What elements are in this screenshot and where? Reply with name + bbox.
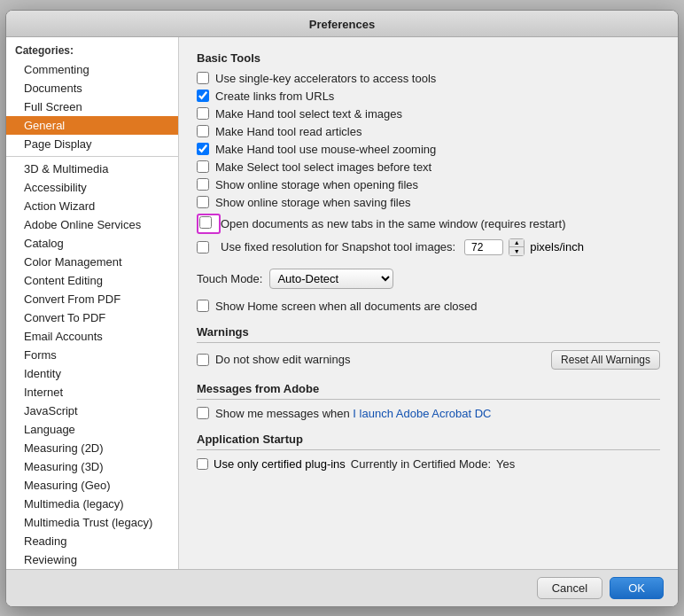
snapshot-value-input[interactable] [464,239,503,255]
startup-section: Application Startup Use only certified p… [197,433,660,471]
checkbox-row-hand-articles: Make Hand tool read articles [197,125,660,138]
startup-row: Use only certified plug-ins Currently in… [197,457,660,471]
warnings-section: Warnings Do not show edit warnings Reset… [197,325,660,370]
snapshot-spinner[interactable]: ▲ ▼ [509,238,525,256]
sidebar-item-identity[interactable]: Identity [6,364,178,383]
sidebar-item-forms[interactable]: Forms [6,346,178,364]
warnings-row: Do not show edit warnings [197,353,350,366]
touch-mode-label: Touch Mode: [197,272,262,285]
sidebar-item-convert-from-pdf[interactable]: Convert From PDF [6,290,178,308]
sidebar-item-measuring-2d[interactable]: Measuring (2D) [6,439,178,457]
checkbox-label-hand-select: Make Hand tool select text & images [215,107,402,121]
checkbox-row-open-new-tabs: Open documents as new tabs in the same w… [197,214,660,234]
checkbox-row-online-storage-save: Show online storage when saving files [197,196,660,209]
sidebar-item-general[interactable]: General [6,116,178,135]
ok-button[interactable]: OK [610,577,664,599]
reset-warnings-button[interactable]: Reset All Warnings [551,350,660,370]
messages-link: I launch Adobe Acrobat DC [353,407,491,420]
dialog-title: Preferences [309,18,375,31]
checkbox-create-links[interactable] [197,90,209,102]
checkbox-hand-zoom[interactable] [197,143,209,155]
sidebar-item-reviewing[interactable]: Reviewing [6,550,178,569]
sidebar-item-catalog[interactable]: Catalog [6,234,178,253]
checkbox-row-select-images: Make Select tool select images before te… [197,160,660,174]
spinner-down[interactable]: ▼ [509,247,524,255]
certified-mode-value: Yes [496,457,515,471]
sidebar-items: CommentingDocumentsFull ScreenGeneralPag… [6,60,178,569]
main-panel: Basic Tools Use single-key accelerators … [179,37,678,569]
startup-title: Application Startup [197,433,660,450]
messages-section: Messages from Adobe Show me messages whe… [197,382,660,420]
sidebar-item-accessibility[interactable]: Accessibility [6,178,178,197]
snapshot-label: Use fixed resolution for Snapshot tool i… [221,240,455,253]
spinner-up[interactable]: ▲ [509,239,524,247]
snapshot-unit: pixels/inch [530,240,584,253]
checkbox-label-hand-articles: Make Hand tool read articles [215,125,361,138]
certified-mode-label: Currently in Certified Mode: [351,457,491,471]
sidebar-item-language[interactable]: Language [6,420,178,439]
home-screen-checkbox[interactable] [197,300,209,312]
sidebar-item-content-editing[interactable]: Content Editing [6,271,178,290]
warnings-checkbox[interactable] [197,354,209,366]
bottom-bar: Cancel OK [6,569,678,606]
messages-label: Show me messages when I launch Adobe Acr… [215,407,491,420]
messages-title: Messages from Adobe [197,382,660,400]
touch-mode-select[interactable]: Auto-Detect Enable Disable [269,269,393,289]
sidebar-item-action-wizard[interactable]: Action Wizard [6,197,178,215]
checkbox-row-hand-zoom: Make Hand tool use mouse-wheel zooming [197,143,660,156]
checkbox-label-single-key: Use single-key accelerators to access to… [215,72,436,85]
checkbox-hand-articles[interactable] [197,125,209,137]
sidebar-item-convert-to-pdf[interactable]: Convert To PDF [6,308,178,327]
basic-tools-title: Basic Tools [197,51,660,65]
checkbox-single-key[interactable] [197,72,209,84]
preferences-dialog: Preferences Categories: CommentingDocume… [5,10,679,607]
warnings-title: Warnings [197,325,660,343]
sidebar-item-reading[interactable]: Reading [6,532,178,550]
checkbox-hand-select[interactable] [197,107,209,120]
home-screen-row: Show Home screen when all documents are … [197,300,660,313]
messages-checkbox[interactable] [197,407,209,419]
checkbox-row-create-links: Create links from URLs [197,90,660,103]
sidebar-item-multimedia-legacy[interactable]: Multimedia (legacy) [6,495,178,513]
title-bar: Preferences [6,11,678,37]
checkbox-select-images[interactable] [197,160,209,173]
sidebar-item-page-display[interactable]: Page Display [6,135,178,153]
checkbox-row-single-key: Use single-key accelerators to access to… [197,72,660,85]
sidebar-divider [6,156,178,157]
sidebar-item-commenting[interactable]: Commenting [6,60,178,79]
warnings-inner: Do not show edit warnings Reset All Warn… [197,350,660,370]
sidebar-item-multimedia-trust-legacy[interactable]: Multimedia Trust (legacy) [6,513,178,532]
checkbox-online-storage-save[interactable] [197,196,209,208]
checkbox-highlight-wrapper [197,214,221,234]
messages-row: Show me messages when I launch Adobe Acr… [197,407,660,420]
checkbox-label-open-new-tabs: Open documents as new tabs in the same w… [221,217,565,230]
sidebar-item-3d-multimedia[interactable]: 3D & Multimedia [6,160,178,178]
cancel-button[interactable]: Cancel [537,577,602,599]
snapshot-row: Use fixed resolution for Snapshot tool i… [197,238,660,256]
sidebar-item-adobe-online-services[interactable]: Adobe Online Services [6,215,178,234]
sidebar-item-full-screen[interactable]: Full Screen [6,97,178,116]
categories-label: Categories: [6,37,178,60]
sidebar-item-email-accounts[interactable]: Email Accounts [6,327,178,346]
checkbox-label-select-images: Make Select tool select images before te… [215,160,431,174]
content-area: Categories: CommentingDocumentsFull Scre… [6,37,678,569]
sidebar: Categories: CommentingDocumentsFull Scre… [6,37,179,569]
startup-label: Use only certified plug-ins [214,457,346,471]
checkbox-row-hand-select: Make Hand tool select text & images [197,107,660,121]
sidebar-item-internet[interactable]: Internet [6,383,178,402]
checkbox-open-new-tabs[interactable] [199,216,212,229]
checkbox-label-hand-zoom: Make Hand tool use mouse-wheel zooming [215,143,436,156]
snapshot-checkbox[interactable] [197,241,209,253]
checkbox-online-storage-open[interactable] [197,178,209,191]
sidebar-item-measuring-geo[interactable]: Measuring (Geo) [6,476,178,495]
warnings-label: Do not show edit warnings [215,353,350,366]
sidebar-item-color-management[interactable]: Color Management [6,253,178,271]
sidebar-item-documents[interactable]: Documents [6,79,178,97]
sidebar-item-measuring-3d[interactable]: Measuring (3D) [6,457,178,476]
checkboxes-container: Use single-key accelerators to access to… [197,72,660,234]
startup-checkbox[interactable] [197,458,208,470]
sidebar-item-javascript[interactable]: JavaScript [6,402,178,420]
checkbox-label-create-links: Create links from URLs [215,90,334,103]
touch-mode-row: Touch Mode: Auto-Detect Enable Disable [197,269,660,289]
checkbox-label-online-storage-open: Show online storage when opening files [215,178,418,191]
